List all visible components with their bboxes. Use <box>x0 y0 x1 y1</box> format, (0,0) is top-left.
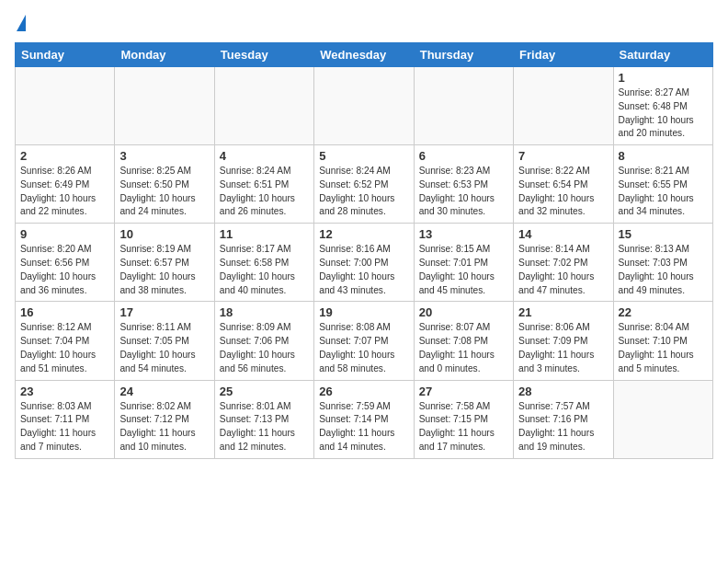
day-info: Sunrise: 8:07 AM Sunset: 7:08 PM Dayligh… <box>419 321 508 375</box>
day-number: 6 <box>419 149 508 163</box>
day-info: Sunrise: 8:12 AM Sunset: 7:04 PM Dayligh… <box>20 321 109 375</box>
day-info: Sunrise: 8:26 AM Sunset: 6:49 PM Dayligh… <box>20 165 109 219</box>
day-number: 9 <box>20 227 109 241</box>
calendar-cell: 15Sunrise: 8:13 AM Sunset: 7:03 PM Dayli… <box>613 224 712 302</box>
day-number: 23 <box>20 385 109 398</box>
weekday-header-friday: Friday <box>514 43 613 67</box>
calendar-week-row-4: 16Sunrise: 8:12 AM Sunset: 7:04 PM Dayli… <box>16 302 713 380</box>
calendar-cell: 5Sunrise: 8:24 AM Sunset: 6:52 PM Daylig… <box>314 145 414 224</box>
day-number: 13 <box>419 227 508 241</box>
calendar-week-row-5: 23Sunrise: 8:03 AM Sunset: 7:11 PM Dayli… <box>16 380 713 458</box>
calendar-cell: 24Sunrise: 8:02 AM Sunset: 7:12 PM Dayli… <box>115 380 214 458</box>
day-info: Sunrise: 8:06 AM Sunset: 7:09 PM Dayligh… <box>518 321 608 375</box>
calendar-cell <box>314 67 414 145</box>
day-info: Sunrise: 8:11 AM Sunset: 7:05 PM Dayligh… <box>119 321 209 375</box>
day-info: Sunrise: 8:04 AM Sunset: 7:10 PM Dayligh… <box>619 321 708 375</box>
day-info: Sunrise: 8:24 AM Sunset: 6:52 PM Dayligh… <box>319 165 408 219</box>
day-number: 25 <box>220 385 309 398</box>
day-number: 8 <box>619 149 708 163</box>
calendar-cell: 25Sunrise: 8:01 AM Sunset: 7:13 PM Dayli… <box>214 380 313 458</box>
weekday-header-wednesday: Wednesday <box>314 43 414 67</box>
weekday-header-saturday: Saturday <box>613 43 712 67</box>
day-number: 19 <box>319 305 408 319</box>
calendar-cell: 20Sunrise: 8:07 AM Sunset: 7:08 PM Dayli… <box>414 302 513 380</box>
day-number: 28 <box>518 385 608 398</box>
calendar-cell: 14Sunrise: 8:14 AM Sunset: 7:02 PM Dayli… <box>514 224 613 302</box>
day-info: Sunrise: 8:16 AM Sunset: 7:00 PM Dayligh… <box>319 243 408 297</box>
calendar-cell: 21Sunrise: 8:06 AM Sunset: 7:09 PM Dayli… <box>514 302 613 380</box>
weekday-header-tuesday: Tuesday <box>214 43 313 67</box>
day-info: Sunrise: 7:58 AM Sunset: 7:15 PM Dayligh… <box>419 400 508 454</box>
calendar-cell <box>514 67 613 145</box>
day-number: 17 <box>119 305 209 319</box>
day-info: Sunrise: 8:17 AM Sunset: 6:58 PM Dayligh… <box>220 243 309 297</box>
day-info: Sunrise: 8:24 AM Sunset: 6:51 PM Dayligh… <box>220 165 309 219</box>
calendar-cell: 6Sunrise: 8:23 AM Sunset: 6:53 PM Daylig… <box>414 145 513 224</box>
day-info: Sunrise: 8:20 AM Sunset: 6:56 PM Dayligh… <box>20 243 109 297</box>
calendar-cell <box>214 67 313 145</box>
day-number: 10 <box>119 227 209 241</box>
calendar-cell <box>613 380 712 458</box>
day-number: 11 <box>220 227 309 241</box>
calendar-cell: 1Sunrise: 8:27 AM Sunset: 6:48 PM Daylig… <box>613 67 712 145</box>
day-number: 14 <box>518 227 608 241</box>
weekday-header-thursday: Thursday <box>414 43 513 67</box>
day-number: 21 <box>518 305 608 319</box>
calendar-cell <box>16 67 115 145</box>
day-info: Sunrise: 8:15 AM Sunset: 7:01 PM Dayligh… <box>419 243 508 297</box>
day-info: Sunrise: 8:23 AM Sunset: 6:53 PM Dayligh… <box>419 165 508 219</box>
calendar-week-row-2: 2Sunrise: 8:26 AM Sunset: 6:49 PM Daylig… <box>16 145 713 224</box>
calendar-week-row-3: 9Sunrise: 8:20 AM Sunset: 6:56 PM Daylig… <box>16 224 713 302</box>
page-header <box>15 15 713 33</box>
calendar-cell <box>115 67 214 145</box>
day-info: Sunrise: 8:21 AM Sunset: 6:55 PM Dayligh… <box>619 165 708 219</box>
day-info: Sunrise: 8:02 AM Sunset: 7:12 PM Dayligh… <box>119 400 209 454</box>
calendar-cell: 17Sunrise: 8:11 AM Sunset: 7:05 PM Dayli… <box>115 302 214 380</box>
calendar-cell: 23Sunrise: 8:03 AM Sunset: 7:11 PM Dayli… <box>16 380 115 458</box>
day-number: 5 <box>319 149 408 163</box>
day-number: 15 <box>619 227 708 241</box>
weekday-header-sunday: Sunday <box>16 43 115 67</box>
day-number: 12 <box>319 227 408 241</box>
day-number: 4 <box>220 149 309 163</box>
day-number: 7 <box>518 149 608 163</box>
calendar-cell <box>414 67 513 145</box>
calendar-table: SundayMondayTuesdayWednesdayThursdayFrid… <box>15 42 713 459</box>
calendar-cell: 22Sunrise: 8:04 AM Sunset: 7:10 PM Dayli… <box>613 302 712 380</box>
calendar-cell: 9Sunrise: 8:20 AM Sunset: 6:56 PM Daylig… <box>16 224 115 302</box>
day-info: Sunrise: 8:09 AM Sunset: 7:06 PM Dayligh… <box>220 321 309 375</box>
calendar-cell: 19Sunrise: 8:08 AM Sunset: 7:07 PM Dayli… <box>314 302 414 380</box>
calendar-cell: 4Sunrise: 8:24 AM Sunset: 6:51 PM Daylig… <box>214 145 313 224</box>
day-info: Sunrise: 7:57 AM Sunset: 7:16 PM Dayligh… <box>518 400 608 454</box>
calendar-week-row-1: 1Sunrise: 8:27 AM Sunset: 6:48 PM Daylig… <box>16 67 713 145</box>
calendar-cell: 13Sunrise: 8:15 AM Sunset: 7:01 PM Dayli… <box>414 224 513 302</box>
day-info: Sunrise: 8:08 AM Sunset: 7:07 PM Dayligh… <box>319 321 408 375</box>
day-number: 26 <box>319 385 408 398</box>
day-info: Sunrise: 8:01 AM Sunset: 7:13 PM Dayligh… <box>220 400 309 454</box>
calendar-cell: 16Sunrise: 8:12 AM Sunset: 7:04 PM Dayli… <box>16 302 115 380</box>
day-number: 22 <box>619 305 708 319</box>
day-number: 3 <box>119 149 209 163</box>
calendar-cell: 3Sunrise: 8:25 AM Sunset: 6:50 PM Daylig… <box>115 145 214 224</box>
weekday-header-monday: Monday <box>115 43 214 67</box>
calendar-cell: 27Sunrise: 7:58 AM Sunset: 7:15 PM Dayli… <box>414 380 513 458</box>
calendar-cell: 28Sunrise: 7:57 AM Sunset: 7:16 PM Dayli… <box>514 380 613 458</box>
day-info: Sunrise: 8:25 AM Sunset: 6:50 PM Dayligh… <box>119 165 209 219</box>
calendar-cell: 26Sunrise: 7:59 AM Sunset: 7:14 PM Dayli… <box>314 380 414 458</box>
day-number: 20 <box>419 305 508 319</box>
calendar-header-row: SundayMondayTuesdayWednesdayThursdayFrid… <box>16 43 713 67</box>
logo-triangle-icon <box>17 15 26 31</box>
calendar-cell: 10Sunrise: 8:19 AM Sunset: 6:57 PM Dayli… <box>115 224 214 302</box>
calendar-cell: 11Sunrise: 8:17 AM Sunset: 6:58 PM Dayli… <box>214 224 313 302</box>
day-info: Sunrise: 8:27 AM Sunset: 6:48 PM Dayligh… <box>619 86 708 141</box>
calendar-cell: 18Sunrise: 8:09 AM Sunset: 7:06 PM Dayli… <box>214 302 313 380</box>
day-info: Sunrise: 7:59 AM Sunset: 7:14 PM Dayligh… <box>319 400 408 454</box>
calendar-cell: 7Sunrise: 8:22 AM Sunset: 6:54 PM Daylig… <box>514 145 613 224</box>
day-number: 24 <box>119 385 209 398</box>
day-number: 18 <box>220 305 309 319</box>
calendar-cell: 12Sunrise: 8:16 AM Sunset: 7:00 PM Dayli… <box>314 224 414 302</box>
day-info: Sunrise: 8:19 AM Sunset: 6:57 PM Dayligh… <box>119 243 209 297</box>
day-info: Sunrise: 8:13 AM Sunset: 7:03 PM Dayligh… <box>619 243 708 297</box>
day-number: 27 <box>419 385 508 398</box>
day-info: Sunrise: 8:14 AM Sunset: 7:02 PM Dayligh… <box>518 243 608 297</box>
